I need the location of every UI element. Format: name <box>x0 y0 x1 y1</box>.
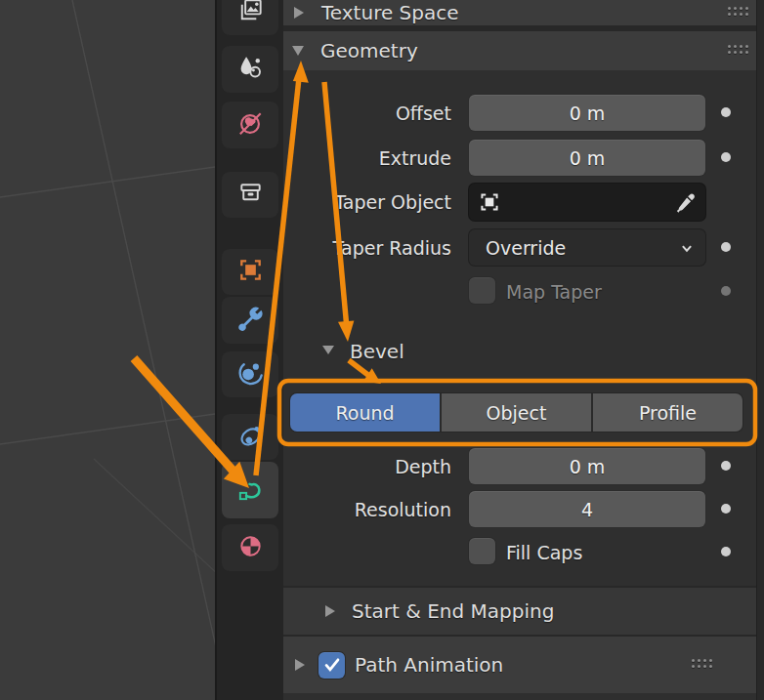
viewport-grid <box>0 0 215 700</box>
world-icon <box>235 108 266 143</box>
bevel-mode-segmented-control: Round Object Profile <box>290 393 743 432</box>
depth-label: Depth <box>283 456 451 477</box>
checkmark-icon <box>321 654 343 676</box>
chevron-down-icon <box>676 237 698 259</box>
panel-header-texture-space[interactable]: Texture Space <box>283 0 756 25</box>
path-animation-checkbox[interactable] <box>318 652 345 679</box>
panel-title: Texture Space <box>321 1 459 24</box>
resolution-keyframe-dot[interactable] <box>721 504 731 514</box>
bevel-mode-object-button[interactable]: Object <box>442 393 591 432</box>
depth-field[interactable]: 0 m <box>469 448 705 484</box>
panel-header-path-animation[interactable]: Path Animation <box>283 637 756 693</box>
expand-arrow-icon[interactable] <box>325 605 335 617</box>
curve-data-icon <box>235 474 266 508</box>
collapse-arrow-icon[interactable] <box>292 46 304 56</box>
object-properties-icon <box>235 255 266 289</box>
properties-tabbar <box>215 0 283 700</box>
tab-view-layer[interactable] <box>222 0 278 35</box>
panel-drag-grip-icon[interactable] <box>728 7 748 16</box>
taper-object-field[interactable] <box>469 184 705 221</box>
extrude-field[interactable]: 0 m <box>469 140 705 176</box>
extrude-keyframe-dot[interactable] <box>721 152 731 162</box>
panel-right-edge <box>756 0 764 700</box>
map-taper-checkbox[interactable] <box>469 277 495 304</box>
bevel-collapse-arrow-icon[interactable] <box>322 346 334 354</box>
scene-icon <box>235 53 266 87</box>
fill-caps-keyframe-dot[interactable] <box>721 547 731 556</box>
constraints-icon <box>235 420 266 454</box>
depth-keyframe-dot[interactable] <box>721 461 731 471</box>
offset-field[interactable]: 0 m <box>469 95 705 131</box>
tab-modifiers[interactable] <box>222 297 278 344</box>
tab-collection[interactable] <box>222 172 278 218</box>
tab-material[interactable] <box>222 524 278 571</box>
bevel-title[interactable]: Bevel <box>350 340 404 363</box>
offset-label: Offset <box>283 103 451 124</box>
blender-window: Texture Space Geometry Offset 0 m Extrud… <box>0 0 764 700</box>
panel-title: Geometry <box>320 39 418 62</box>
tab-object[interactable] <box>222 249 278 295</box>
taper-radius-dropdown[interactable]: Override <box>469 229 705 266</box>
properties-panel: Texture Space Geometry Offset 0 m Extrud… <box>283 0 756 700</box>
object-icon <box>477 189 502 215</box>
panel-title: Start & End Mapping <box>352 599 554 623</box>
resolution-field[interactable]: 4 <box>469 491 705 527</box>
tab-object-data-curve[interactable] <box>222 462 278 518</box>
physics-icon <box>235 357 266 391</box>
taper-radius-label: Taper Radius <box>283 237 451 259</box>
expand-arrow-icon[interactable] <box>294 7 304 19</box>
panel-drag-grip-icon[interactable] <box>728 45 748 54</box>
panel-header-geometry[interactable]: Geometry <box>283 31 756 70</box>
tab-physics[interactable] <box>222 351 278 397</box>
panel-drag-grip-icon[interactable] <box>692 659 712 668</box>
taper-radius-value: Override <box>486 237 566 259</box>
resolution-label: Resolution <box>283 499 451 520</box>
fill-caps-checkbox[interactable] <box>469 538 495 564</box>
bevel-mode-profile-button[interactable]: Profile <box>593 393 743 432</box>
view-layer-icon <box>235 0 266 29</box>
tab-world[interactable] <box>222 102 278 148</box>
taper-radius-keyframe-dot[interactable] <box>721 242 731 252</box>
panel-header-start-end-mapping[interactable]: Start & End Mapping <box>283 588 756 635</box>
viewport-3d[interactable] <box>0 0 215 700</box>
material-icon <box>235 531 266 565</box>
expand-arrow-icon[interactable] <box>295 659 305 671</box>
taper-object-label: Taper Object <box>283 191 451 213</box>
offset-keyframe-dot[interactable] <box>721 107 731 117</box>
bevel-mode-round-button[interactable]: Round <box>290 393 440 432</box>
eyedropper-icon[interactable] <box>672 190 697 215</box>
wrench-icon <box>235 304 266 338</box>
fill-caps-label: Fill Caps <box>506 542 582 563</box>
panel-title: Path Animation <box>355 653 503 677</box>
collection-icon <box>235 178 266 212</box>
map-taper-label: Map Taper <box>506 281 602 303</box>
tab-constraints[interactable] <box>222 414 278 460</box>
map-taper-keyframe-dot[interactable] <box>721 286 731 296</box>
extrude-label: Extrude <box>283 147 451 169</box>
tab-scene[interactable] <box>222 46 278 93</box>
